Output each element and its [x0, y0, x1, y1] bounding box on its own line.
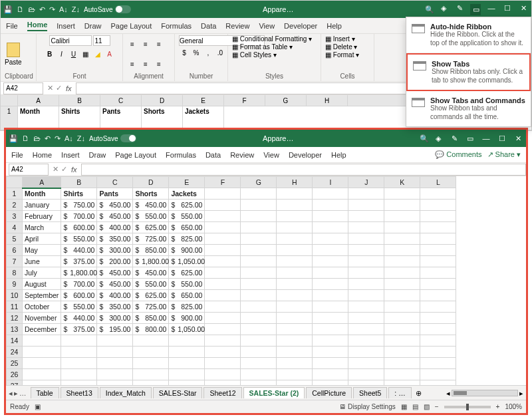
cell[interactable] [205, 335, 241, 347]
cell[interactable]: 450.00 [133, 200, 169, 211]
cell[interactable]: 1,800.00 [133, 256, 169, 267]
cell[interactable] [277, 233, 313, 245]
tab-insert[interactable]: Insert [57, 22, 75, 30]
cell[interactable] [420, 222, 456, 233]
row-header[interactable]: 11 [7, 301, 23, 313]
cell[interactable]: 550.00 [61, 301, 97, 313]
cell[interactable] [348, 358, 384, 369]
cell[interactable] [277, 335, 313, 347]
cell[interactable] [420, 380, 456, 386]
format-table-button[interactable]: ▦ Format as Table ▾ [232, 43, 293, 51]
row-header[interactable]: 25 [7, 358, 23, 369]
cell[interactable] [313, 222, 348, 233]
sheet-tab[interactable]: Sheet5 [353, 387, 387, 398]
align-center-icon[interactable]: ≡ [140, 59, 151, 69]
col-header[interactable]: A [23, 177, 61, 188]
cell[interactable]: 600.00 [61, 222, 97, 233]
tab-draw[interactable]: Draw [84, 22, 102, 30]
cell[interactable]: 400.00 [97, 222, 133, 233]
sort-desc-icon[interactable]: Z↓ [72, 5, 80, 13]
col-header[interactable]: G [241, 177, 277, 188]
tab-help[interactable]: Help [327, 22, 342, 30]
cell[interactable]: 1,050.00 [169, 256, 205, 267]
cell[interactable] [205, 222, 241, 233]
row-header[interactable]: 24 [7, 347, 23, 358]
cell[interactable] [133, 358, 169, 369]
align-left-icon[interactable]: ≡ [127, 59, 138, 69]
cell[interactable] [277, 324, 313, 335]
cell[interactable] [205, 313, 241, 324]
cell[interactable] [313, 335, 348, 347]
cell[interactable] [277, 301, 313, 313]
cell[interactable] [97, 358, 133, 369]
cell[interactable] [348, 347, 384, 358]
open-icon[interactable]: 🗁 [28, 5, 35, 13]
pen-icon[interactable]: ✎ [454, 4, 465, 15]
cell[interactable]: 195.00 [97, 324, 133, 335]
cell[interactable] [277, 347, 313, 358]
cell[interactable]: 900.00 [169, 245, 205, 256]
font-color-button[interactable]: A [104, 49, 115, 59]
cell[interactable]: 800.00 [133, 324, 169, 335]
redo-icon[interactable]: ↷ [55, 134, 61, 143]
cell[interactable] [169, 380, 205, 386]
cell[interactable] [241, 313, 277, 324]
cell[interactable]: July [23, 267, 61, 279]
cell[interactable] [348, 369, 384, 380]
cell[interactable] [348, 233, 384, 245]
cell[interactable] [313, 267, 348, 279]
sort-desc-icon[interactable]: Z↓ [77, 134, 85, 142]
zoom-slider[interactable] [444, 406, 491, 408]
fx-cancel-icon[interactable]: ✕ [53, 165, 59, 174]
cell[interactable] [277, 245, 313, 256]
maximize-icon[interactable]: ☐ [502, 4, 513, 15]
cell[interactable]: 450.00 [97, 279, 133, 290]
sheet-tab[interactable]: SALES-Star [153, 387, 203, 398]
cell-styles-button[interactable]: ▦ Cell Styles ▾ [232, 51, 277, 59]
cell[interactable] [384, 301, 420, 313]
font-size-input[interactable] [93, 35, 110, 46]
cell[interactable]: 440.00 [61, 245, 97, 256]
cell[interactable] [205, 211, 241, 222]
cell[interactable] [313, 347, 348, 358]
cell[interactable]: June [23, 256, 61, 267]
cell[interactable] [420, 279, 456, 290]
cell[interactable] [348, 245, 384, 256]
cell[interactable] [313, 358, 348, 369]
sheet-tab[interactable]: SALES-Star (2) [243, 387, 305, 398]
cell[interactable] [241, 369, 277, 380]
comma-icon[interactable]: , [203, 47, 213, 58]
cell[interactable] [61, 347, 97, 358]
cell[interactable] [420, 245, 456, 256]
cell[interactable] [241, 347, 277, 358]
cell[interactable]: 450.00 [133, 267, 169, 279]
cell[interactable]: February [23, 211, 61, 222]
cell[interactable]: September [23, 290, 61, 301]
popup-show-tabs[interactable]: Show TabsShow Ribbon tabs only. Click a … [406, 53, 531, 91]
cell[interactable] [420, 369, 456, 380]
cell[interactable]: 625.00 [133, 290, 169, 301]
cell[interactable] [420, 211, 456, 222]
cell[interactable] [420, 200, 456, 211]
cell[interactable] [241, 335, 277, 347]
sheet-grid[interactable]: ABCDEFGHIJKL1MonthShirtsPantsShortsJacke… [6, 176, 526, 385]
cell[interactable] [348, 324, 384, 335]
minimize-icon[interactable]: — [481, 134, 491, 143]
cell[interactable] [241, 200, 277, 211]
cell[interactable] [384, 222, 420, 233]
cell[interactable] [169, 335, 205, 347]
cell[interactable]: 900.00 [169, 313, 205, 324]
cell[interactable] [313, 324, 348, 335]
paste-button[interactable]: Paste [5, 43, 22, 66]
cell[interactable] [348, 222, 384, 233]
cell[interactable]: 550.00 [133, 279, 169, 290]
cell[interactable]: 450.00 [97, 267, 133, 279]
currency-icon[interactable]: $ [179, 47, 190, 58]
cell[interactable] [205, 188, 241, 200]
cell[interactable] [384, 358, 420, 369]
cell[interactable]: 450.00 [97, 211, 133, 222]
cell[interactable]: 550.00 [133, 211, 169, 222]
cell[interactable] [313, 279, 348, 290]
cell[interactable]: 400.00 [97, 290, 133, 301]
cell[interactable] [384, 233, 420, 245]
